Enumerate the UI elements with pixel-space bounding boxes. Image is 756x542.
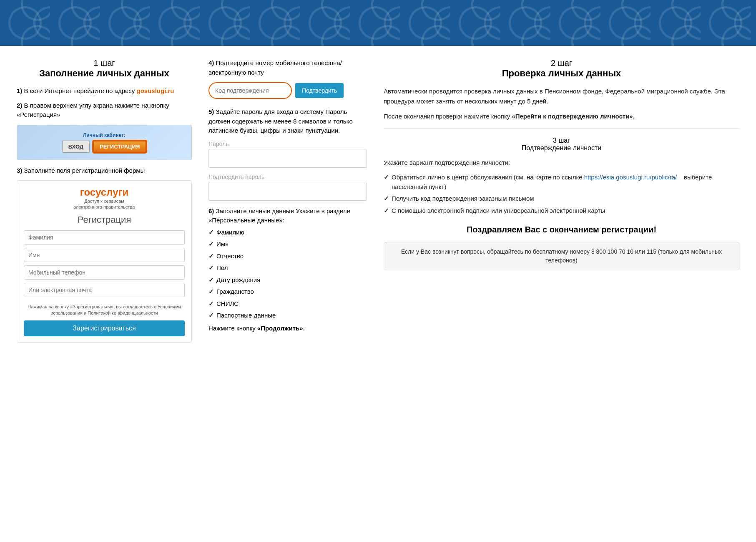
password-field[interactable]	[208, 149, 367, 168]
step3-number: 3 шаг	[384, 137, 739, 144]
step2-text2-pre: После окончания проверки нажмите кнопку	[384, 113, 512, 120]
banner-label: Личный кабинет:	[83, 132, 126, 138]
pwd-label: Пароль	[208, 141, 367, 147]
logo-text: госуслуги	[24, 187, 185, 198]
step6-section: 6) Заполните личные данные Укажите в раз…	[208, 207, 367, 333]
step2-content: Автоматически проводится проверка личных…	[384, 86, 739, 121]
header-banner	[0, 0, 756, 46]
register-button[interactable]: Зарегистрироваться	[24, 320, 185, 336]
step1-item1: 1) В сети Интернет перейдите по адресу g…	[17, 86, 192, 96]
item2-label: 2)	[17, 102, 22, 109]
divider1	[384, 128, 739, 129]
step6-item-8: ✓ Паспортные данные	[208, 311, 367, 320]
item3-label: 3)	[17, 167, 22, 174]
email-field[interactable]	[24, 283, 185, 297]
step5-desc: Задайте пароль для входа в систему Парол…	[208, 108, 353, 134]
congratulations-text: Поздравляем Вас с окончанием регистрации…	[384, 224, 739, 235]
step4-section: 4) Подтвердите номер мобильного телефона…	[208, 58, 367, 99]
step6-header: 6) Заполните личные данные Укажите в раз…	[208, 207, 367, 225]
reg-banner-inner: Личный кабинет: ВХОД РЕГИСТРАЦИЯ	[17, 130, 191, 155]
pwd-confirm-label: Подтвердить пароль	[208, 174, 367, 180]
step4-desc: Подтвердите номер мобильного телефона/эл…	[208, 59, 342, 76]
step6-item-7: ✓ СНИЛС	[208, 299, 367, 309]
surname-field[interactable]	[24, 230, 185, 245]
esia-link[interactable]: https://esia.gosuslugi.ru/public/ra/	[584, 174, 677, 181]
item3-text: Заполните поля регистрационной формы	[24, 167, 145, 174]
step3-item-1: ✓ Обратиться лично в центр обслуживания …	[384, 173, 739, 192]
reg-banner: Личный кабинет: ВХОД РЕГИСТРАЦИЯ	[17, 125, 192, 160]
column-left: 1 шаг Заполнение личных данных 1) В сети…	[17, 58, 192, 348]
step6-item-3: ✓ Отчество	[208, 252, 367, 261]
step4-label: 4)	[208, 59, 214, 66]
confirm-field-row: Подтвердить	[208, 82, 367, 99]
step5-label: 5)	[208, 108, 214, 115]
step6-desc: Заполните личные данные Укажите в раздел…	[208, 207, 350, 224]
step2-text2: После окончания проверки нажмите кнопку …	[384, 111, 739, 121]
logo-sub: Доступ к сервисамэлектронного правительс…	[24, 198, 185, 210]
step3-intro: Укажите вариант подтверждения личности:	[384, 158, 739, 168]
step6-item-2-text: Имя	[216, 239, 229, 249]
form-note: Нажимая на кнопку «Зарегистроваться», вы…	[24, 304, 185, 317]
item1-label: 1)	[17, 87, 22, 94]
step3-item-1-text: Обратиться лично в центр обслуживания (с…	[392, 173, 739, 192]
reg-form-title: Регистрация	[24, 214, 185, 225]
step2-text2-bold: «Перейти к подтверждению личности».	[512, 113, 635, 120]
main-content: 1 шаг Заполнение личных данных 1) В сети…	[0, 46, 756, 361]
phone-field[interactable]	[24, 265, 185, 280]
step3-item-3: ✓ С помощью электронной подписи или унив…	[384, 206, 739, 216]
step3-content: Укажите вариант подтверждения личности: …	[384, 158, 739, 215]
step2-title: Проверка личных данных	[384, 68, 739, 79]
step2-text1: Автоматически проводится проверка личных…	[384, 86, 739, 106]
step2-number: 2 шаг	[384, 58, 739, 68]
step1-number: 1 шаг	[17, 58, 192, 68]
column-right: 2 шаг Проверка личных данных Автоматичес…	[384, 58, 739, 348]
step1-item3: 3) Заполните поля регистрационной формы	[17, 166, 192, 176]
step3-heading: 3 шаг Подтверждение личности	[384, 137, 739, 152]
step6-item-1-text: Фамилию	[216, 228, 244, 237]
item1-text: В сети Интернет перейдите по адресу	[24, 87, 137, 94]
gosuslugi-link[interactable]: gosuslugi.ru	[137, 87, 174, 94]
step6-item-3-text: Отчество	[216, 252, 244, 261]
step5-section: 5) Задайте пароль для входа в систему Па…	[208, 107, 367, 201]
step6-item-1: ✓ Фамилию	[208, 228, 367, 237]
confirm-button[interactable]: Подтвердить	[295, 83, 344, 98]
step6-continue: Нажмите кнопку «Продолжить».	[208, 324, 367, 333]
step1-title: Заполнение личных данных	[17, 68, 192, 79]
gosuslugi-form: госуслуги Доступ к сервисамэлектронного …	[17, 180, 192, 343]
step1-heading: 1 шаг Заполнение личных данных	[17, 58, 192, 79]
footer-note: Если у Вас возникнут вопросы, обращайтес…	[384, 242, 739, 270]
step6-item-2: ✓ Имя	[208, 239, 367, 249]
gosuslugi-logo: госуслуги Доступ к сервисамэлектронного …	[24, 187, 185, 210]
step6-items: ✓ Фамилию ✓ Имя ✓ Отчество ✓ Пол ✓ Дат	[208, 228, 367, 320]
step6-item-4: ✓ Пол	[208, 263, 367, 273]
name-field[interactable]	[24, 248, 185, 262]
column-middle: 4) Подтвердите номер мобильного телефона…	[208, 58, 367, 348]
password-confirm-field[interactable]	[208, 182, 367, 201]
step6-item-5-text: Дату рождения	[216, 275, 260, 285]
step6-item-7-text: СНИЛС	[216, 299, 239, 309]
item2-text: В правом верхнем углу экрана нажмите на …	[17, 102, 169, 118]
step6-item-8-text: Паспортные данные	[216, 311, 276, 320]
confirm-code-input[interactable]	[208, 82, 292, 99]
step6-item-5: ✓ Дату рождения	[208, 275, 367, 285]
step1-item2: 2) В правом верхнем углу экрана нажмите …	[17, 101, 192, 120]
step6-item-4-text: Пол	[216, 263, 228, 273]
step4-text: 4) Подтвердите номер мобильного телефона…	[208, 58, 367, 77]
step6-continue-bold: «Продолжить».	[257, 325, 305, 332]
step6-item-6: ✓ Гражданство	[208, 287, 367, 297]
step2-heading: 2 шаг Проверка личных данных	[384, 58, 739, 79]
step3-item-2: ✓ Получить код подтверждения заказным пи…	[384, 194, 739, 204]
step6-item-6-text: Гражданство	[216, 287, 254, 297]
step3-item-3-text: С помощью электронной подписи или универ…	[392, 206, 605, 216]
vhod-button[interactable]: ВХОД	[62, 141, 90, 153]
step3-title: Подтверждение личности	[384, 144, 739, 152]
step3-item-2-text: Получить код подтверждения заказным пись…	[392, 194, 534, 204]
step6-label: 6)	[208, 207, 214, 214]
registration-button-banner[interactable]: РЕГИСТРАЦИЯ	[93, 141, 146, 153]
step5-text: 5) Задайте пароль для входа в систему Па…	[208, 107, 367, 136]
reg-banner-buttons: ВХОД РЕГИСТРАЦИЯ	[62, 141, 147, 153]
